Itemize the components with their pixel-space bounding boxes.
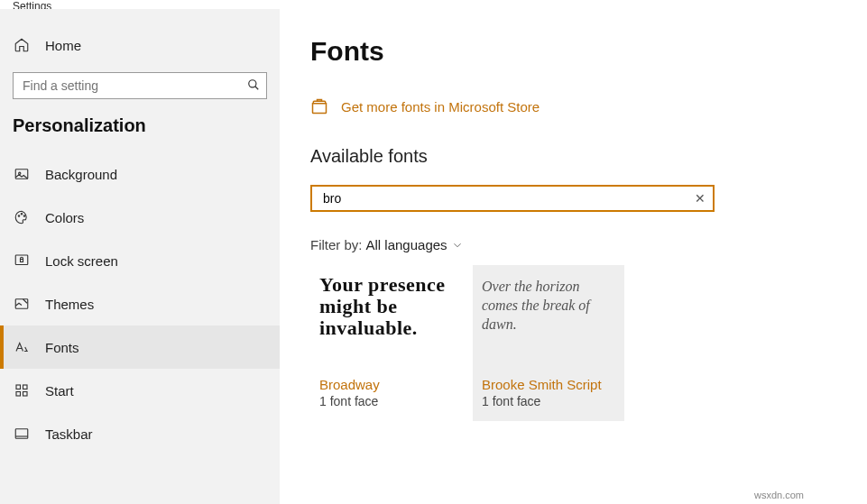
lock-screen-icon — [13, 252, 31, 269]
font-name: Brooke Smith Script — [482, 377, 615, 392]
svg-rect-11 — [23, 385, 28, 389]
sidebar-heading: Personalization — [0, 115, 280, 152]
page-title: Fonts — [310, 36, 867, 67]
chevron-down-icon — [451, 239, 464, 252]
start-icon — [13, 382, 31, 399]
home-icon — [13, 37, 31, 53]
font-sample: Over the horizon comes the break of dawn… — [482, 274, 615, 368]
svg-point-4 — [18, 215, 20, 217]
taskbar-icon — [13, 426, 31, 442]
font-face-count: 1 font face — [482, 394, 615, 408]
filter-value: All languages — [366, 237, 447, 252]
store-link[interactable]: Get more fonts in Microsoft Store — [310, 97, 867, 115]
svg-rect-7 — [15, 255, 28, 265]
svg-point-3 — [19, 172, 21, 174]
window-title: Settings — [0, 0, 867, 9]
home-link[interactable]: Home — [0, 23, 280, 67]
svg-point-0 — [249, 80, 256, 87]
sidebar-item-colors[interactable]: Colors — [0, 196, 280, 239]
palette-icon — [13, 209, 31, 225]
sidebar-item-themes[interactable]: Themes — [0, 282, 280, 325]
image-icon — [13, 166, 31, 182]
svg-point-5 — [21, 214, 23, 215]
filter-label: Filter by: — [310, 237, 363, 252]
svg-rect-14 — [15, 429, 28, 439]
sidebar-item-label: Background — [45, 167, 117, 182]
home-label: Home — [45, 38, 81, 53]
font-grid: Your presence might be invaluable. Broad… — [310, 265, 867, 421]
sidebar-item-label: Start — [45, 383, 74, 399]
store-link-label: Get more fonts in Microsoft Store — [341, 99, 540, 115]
sidebar-item-label: Themes — [45, 297, 94, 312]
sidebar-search — [13, 72, 267, 99]
clear-icon[interactable]: ✕ — [695, 191, 706, 206]
sidebar-item-label: Fonts — [45, 340, 79, 355]
sidebar-search-input[interactable] — [13, 72, 267, 99]
watermark: wsxdn.com — [754, 490, 804, 500]
sidebar-item-background[interactable]: Background — [0, 152, 280, 196]
svg-rect-8 — [21, 260, 23, 262]
content-area: Fonts Get more fonts in Microsoft Store … — [280, 9, 867, 504]
font-sample: Your presence might be invaluable. — [319, 274, 453, 368]
svg-point-6 — [23, 215, 25, 217]
font-search-input[interactable] — [310, 185, 715, 212]
search-icon[interactable] — [247, 78, 260, 91]
font-name: Broadway — [319, 377, 453, 392]
font-search: ✕ — [310, 185, 715, 212]
font-card-brooke-smith[interactable]: Over the horizon comes the break of dawn… — [473, 265, 624, 421]
svg-rect-10 — [16, 385, 21, 389]
sidebar: Home Personalization Background Colors — [0, 9, 280, 504]
sidebar-item-label: Taskbar — [45, 426, 93, 442]
sidebar-item-label: Colors — [45, 210, 84, 225]
sidebar-item-taskbar[interactable]: Taskbar — [0, 412, 280, 455]
store-icon — [310, 97, 328, 115]
themes-icon — [13, 296, 31, 312]
font-face-count: 1 font face — [319, 394, 453, 408]
svg-rect-12 — [16, 392, 21, 397]
main-layout: Home Personalization Background Colors — [0, 9, 867, 504]
sidebar-item-start[interactable]: Start — [0, 369, 280, 412]
sidebar-item-label: Lock screen — [45, 253, 118, 269]
svg-rect-13 — [23, 392, 28, 397]
font-icon — [13, 339, 31, 355]
font-card-broadway[interactable]: Your presence might be invaluable. Broad… — [310, 265, 462, 421]
filter-dropdown[interactable]: Filter by: All languages — [310, 237, 867, 252]
svg-line-1 — [255, 87, 259, 90]
sidebar-item-lock-screen[interactable]: Lock screen — [0, 239, 280, 282]
available-fonts-heading: Available fonts — [310, 146, 867, 167]
sidebar-item-fonts[interactable]: Fonts — [0, 325, 280, 369]
